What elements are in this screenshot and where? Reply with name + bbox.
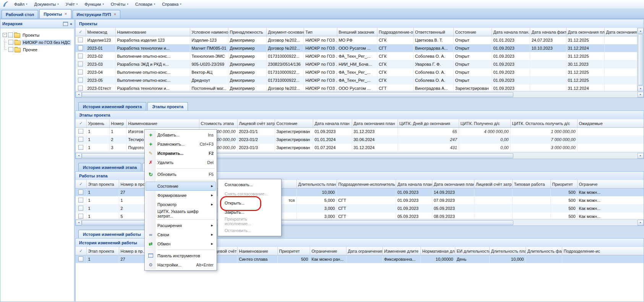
cell[interactable]: СГК xyxy=(377,76,413,84)
menu-item-delete[interactable]: УдалитьDel xyxy=(146,158,216,167)
cell[interactable]: 01.09.2023 xyxy=(396,205,432,213)
column-header[interactable]: Документ-основан xyxy=(266,28,304,36)
submenu-item-approve[interactable]: Согласовать... xyxy=(219,180,280,189)
cell[interactable]: НИОКР по ГОЗ ... xyxy=(304,52,337,60)
cell[interactable] xyxy=(577,136,644,144)
cell[interactable]: Зарегистрирован xyxy=(275,128,313,136)
row-checkbox[interactable] xyxy=(78,206,83,211)
cell[interactable]: 01.09.2023 xyxy=(492,84,530,92)
cell[interactable]: 0,00 xyxy=(459,136,510,144)
cell[interactable]: Выполнение опытно-конс... xyxy=(115,76,190,84)
cell[interactable]: 905-U020-23/269 xyxy=(190,60,228,68)
cell[interactable]: 1 xyxy=(86,144,109,152)
scroll-right-button[interactable]: ► xyxy=(638,153,644,159)
cell[interactable]: НИОКР по ГОЗ ... xyxy=(304,36,337,44)
cell[interactable]: Магнит ПМ085-01 xyxy=(190,44,228,52)
cell[interactable]: 3 xyxy=(109,144,126,152)
cell[interactable]: 08.09.2023 xyxy=(432,213,474,220)
row-checkbox[interactable] xyxy=(78,62,83,67)
column-header[interactable]: Номер xyxy=(109,119,126,128)
column-header[interactable]: Дата начала план. xyxy=(396,180,432,188)
top-tab[interactable]: Инструкции ПУП× xyxy=(73,10,121,18)
cell[interactable]: 01.09.2023 xyxy=(492,52,530,60)
cell[interactable]: 500 xyxy=(550,205,577,213)
column-header[interactable]: Стоимость этапа xyxy=(199,119,237,128)
menu-item-links[interactable]: Связи▶ xyxy=(146,230,216,239)
menubar-item[interactable]: Учёт▾ xyxy=(62,1,81,8)
cell[interactable]: Изделие123 xyxy=(86,36,115,44)
sub-tab[interactable]: История изменений проекта xyxy=(78,102,146,110)
cell[interactable]: Открыт xyxy=(453,36,492,44)
column-header[interactable]: Подразделение-исполнитель xyxy=(337,180,396,188)
scroll-left-button[interactable]: ◄ xyxy=(76,220,82,226)
cell[interactable]: Демопример xyxy=(228,84,266,92)
cell[interactable]: Выполнение опытно-конс... xyxy=(115,68,190,76)
cell[interactable]: 247 xyxy=(398,136,459,144)
cell[interactable]: Демопример xyxy=(228,52,266,60)
row-checkbox[interactable] xyxy=(78,137,83,142)
cell[interactable]: ООО Русатом ... xyxy=(337,84,377,92)
cell[interactable] xyxy=(512,196,550,205)
cell[interactable]: 500 xyxy=(550,188,577,196)
cell[interactable]: 65 xyxy=(398,128,459,136)
cell[interactable]: 4 000 000,00 xyxy=(459,128,510,136)
table-row[interactable]: 2023-03Разработка ЭКД и РКД н...905-U020… xyxy=(76,60,644,68)
cell[interactable]: Как можн... xyxy=(577,213,644,220)
cell[interactable]: Открыт xyxy=(453,60,492,68)
cell[interactable]: 31.12.2025 xyxy=(566,36,604,44)
cell[interactable]: 1 xyxy=(86,205,119,213)
column-header[interactable]: Ограничение xyxy=(310,247,346,255)
column-header[interactable]: Дата окончания план xyxy=(432,180,474,188)
cell[interactable] xyxy=(530,84,566,92)
cell[interactable]: 2023-01тест xyxy=(86,84,115,92)
cell[interactable]: 10.10.2023 xyxy=(530,44,566,52)
column-header[interactable]: Тип xyxy=(304,28,337,36)
column-header[interactable]: Дата окончания план xyxy=(352,119,398,128)
cell[interactable]: 05.09.2023 xyxy=(396,213,432,220)
cell[interactable]: 01.01.2024 xyxy=(313,136,352,144)
cell[interactable]: 2023-03 xyxy=(86,60,115,68)
menubar-item[interactable]: Справка▾ xyxy=(159,1,185,8)
cell[interactable]: 3,000 xyxy=(296,213,337,220)
cell[interactable]: Изделие-123 xyxy=(190,36,228,44)
cell[interactable]: 10,000 xyxy=(489,255,526,263)
cell[interactable]: 3,000 xyxy=(296,205,337,213)
column-header[interactable]: Состояние xyxy=(275,119,313,128)
cell[interactable]: НИИ_НМ_Бочв... xyxy=(337,60,377,68)
column-header[interactable]: Наименование xyxy=(115,28,190,36)
cell[interactable]: Технология-ЭМС xyxy=(190,52,228,60)
row-checkbox[interactable] xyxy=(78,54,83,58)
column-header[interactable]: Дата окончания пл xyxy=(566,28,604,36)
column-header[interactable]: Приоритет xyxy=(550,180,577,188)
cell[interactable] xyxy=(474,196,512,205)
cell[interactable]: ООО Русатом ... xyxy=(337,44,377,52)
table-row[interactable]: 2023-01тестРазработка технологии и...Пос… xyxy=(76,84,644,92)
cell[interactable]: 01.09.2023 xyxy=(492,60,530,68)
column-header[interactable]: Мнемокод xyxy=(86,28,115,36)
collapse-panel-icon[interactable]: « xyxy=(70,21,72,26)
cell[interactable]: Разработка технологии и... xyxy=(115,84,190,92)
cell[interactable]: Разработка технологии и... xyxy=(115,44,190,52)
cell[interactable]: Виноградова А... xyxy=(413,84,453,92)
cell[interactable]: 01.09.2023 xyxy=(313,128,352,136)
cell[interactable]: НИОКР по ГОЗ ... xyxy=(304,68,337,76)
menu-item-exchange[interactable]: Обмен▶ xyxy=(146,239,216,248)
horizontal-scrollbar[interactable]: ◄ ► xyxy=(76,91,644,97)
column-header[interactable]: ЦИТК. Дней до окончания xyxy=(398,119,459,128)
cell[interactable]: 01.01.2023 xyxy=(492,36,530,44)
row-checkbox[interactable] xyxy=(78,257,83,261)
cell[interactable]: 31.12.2023 xyxy=(352,128,398,136)
cell[interactable]: Открыт xyxy=(453,44,492,52)
menubar-item[interactable]: Функции▾ xyxy=(81,1,107,8)
cell[interactable]: Открыт xyxy=(453,52,492,60)
cell[interactable] xyxy=(337,188,396,196)
cell[interactable]: 500 xyxy=(277,255,310,263)
scrollbar-thumb[interactable] xyxy=(638,34,643,85)
column-header[interactable]: Этап проекта xyxy=(86,247,119,255)
cell[interactable]: 1 xyxy=(86,255,119,263)
cell[interactable]: 30.11.2023 xyxy=(566,60,604,68)
cell[interactable]: Разработка изделия 123 xyxy=(115,36,190,44)
select-all-header[interactable]: ✓ xyxy=(76,119,86,128)
cell[interactable]: 7 000 000,00 xyxy=(510,136,577,144)
cell[interactable] xyxy=(577,144,644,152)
